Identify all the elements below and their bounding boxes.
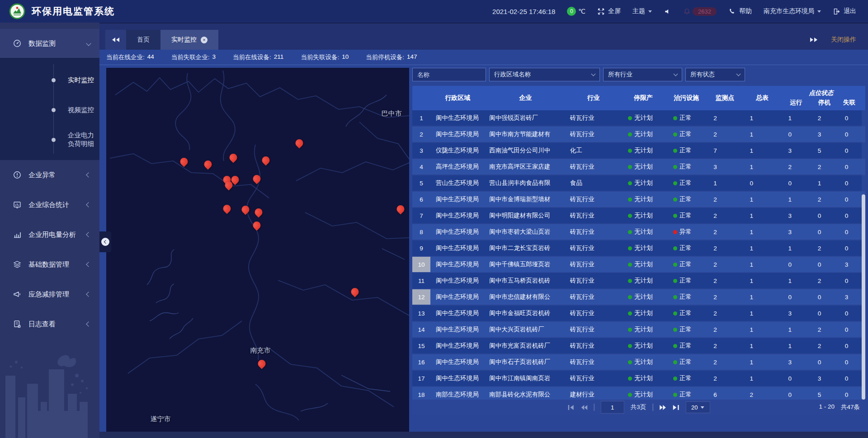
table-row[interactable]: 14 阆中生态环境局 阆中大兴页岩机砖厂 砖瓦行业 无计划 正常 2 1 1 2… (412, 322, 865, 337)
first-page-icon (568, 405, 575, 410)
table-row[interactable]: 4 高坪生态环境局 南充市高坪区王家店建 砖瓦行业 无计划 正常 3 1 2 2… (412, 159, 865, 174)
map-pin[interactable] (241, 206, 249, 213)
last-page-button[interactable] (672, 405, 679, 410)
map-pin[interactable] (229, 154, 237, 161)
sidebar-section-header[interactable]: 企业综合统计 (0, 190, 99, 220)
row-number: 11 (412, 273, 430, 288)
table-row[interactable]: 12 阆中生态环境局 阆中市忠信建材有限公 砖瓦行业 无计划 正常 2 1 0 … (412, 289, 865, 305)
table-row[interactable]: 13 阆中生态环境局 阆中市金福旺页岩机砖 砖瓦行业 无计划 正常 2 1 3 … (412, 306, 865, 321)
map-pin[interactable] (180, 158, 188, 165)
status-dot-icon (628, 295, 632, 299)
org-dropdown[interactable]: 南充市生态环境局 (764, 7, 821, 15)
first-page-button[interactable] (568, 405, 575, 410)
map-pin[interactable] (231, 176, 239, 184)
cell-points: 2 (707, 338, 743, 353)
map-canvas[interactable]: 巴中市南充市遂宁市 (106, 68, 409, 432)
notifications-badge[interactable]: 2632 (683, 7, 717, 16)
table-row[interactable]: 16 阆中生态环境局 阆中市石子页岩机砖厂 砖瓦行业 无计划 正常 2 1 3 … (412, 354, 865, 370)
logout-button[interactable]: 退出 (833, 7, 856, 15)
cell-facility-status: 正常 (666, 208, 707, 223)
region-select[interactable]: 行政区域名称 (489, 68, 600, 81)
table-row[interactable]: 18 南部生态环境局 南部县砖化水泥有限公 建材行业 无计划 正常 6 2 0 … (412, 387, 865, 400)
map-pin[interactable] (223, 205, 231, 212)
table-row[interactable]: 1 阆中生态环境局 阆中强锐页岩砖厂 砖瓦行业 无计划 正常 2 1 1 2 0 (412, 110, 865, 126)
sidebar-section-header[interactable]: 数据监测 (0, 29, 99, 58)
col-halt: 停机 (811, 99, 838, 107)
sidebar-section-header[interactable]: 应急减排管理 (0, 279, 99, 309)
stat-item: 当前失联设备: 10 (301, 53, 349, 61)
map-pin[interactable] (255, 208, 263, 216)
cell-points: 2 (707, 273, 743, 288)
cell-industry: 砖瓦行业 (566, 159, 621, 174)
page-size-select[interactable]: 20 (685, 401, 710, 413)
table-row[interactable]: 2 阆中生态环境局 阆中市南方节能建材有 砖瓦行业 无计划 正常 2 1 0 3… (412, 127, 865, 142)
cell-lost: 0 (838, 273, 861, 288)
cell-run: 3 (782, 306, 811, 321)
cell-meter: 1 (743, 273, 781, 288)
table-scrollbar-thumb[interactable] (862, 194, 865, 400)
map-city-label: 巴中市 (382, 109, 402, 118)
close-operations-button[interactable]: 关闭操作 (831, 36, 856, 44)
cell-company: 阆中明阳建材有限公司 (485, 208, 566, 223)
sidebar-section-header[interactable]: 企业用电量分析 (0, 220, 99, 250)
cell-points: 2 (707, 110, 743, 126)
name-search-input[interactable] (412, 68, 486, 81)
cell-lost: 0 (838, 240, 861, 256)
table-row[interactable]: 11 阆中生态环境局 阆中市五马桥页岩机砖 砖瓦行业 无计划 正常 2 1 1 … (412, 273, 865, 288)
cell-industry: 砖瓦行业 (566, 322, 621, 337)
map-pin[interactable] (253, 221, 260, 229)
stats-bar: 当前在线企业: 44 当前失联企业: 3 当前在线设备: 211 当前失联设备:… (99, 50, 868, 65)
table-row[interactable]: 5 营山生态环境局 营山县润丰肉食品有限 食品 无计划 正常 1 0 0 1 0 (412, 175, 865, 191)
status-select[interactable]: 所有状态 (685, 68, 745, 81)
cell-facility-status: 正常 (666, 175, 707, 191)
industry-select[interactable]: 所有行业 (603, 68, 682, 81)
next-page-button[interactable] (659, 405, 666, 410)
tabs-scroll-right-button[interactable] (810, 38, 817, 42)
app-title: 环保用电监管系统 (32, 5, 115, 18)
fullscreen-button[interactable]: 全屏 (597, 7, 621, 15)
table-row[interactable]: 9 阆中生态环境局 阆中市二龙长宝页岩砖 砖瓦行业 无计划 正常 2 1 1 2… (412, 240, 865, 256)
content: 巴中市南充市遂宁市 行政区域名称 所有行业 所有状态 (99, 65, 868, 432)
submenu-item[interactable]: 实时监控 (0, 65, 99, 95)
map-pin[interactable] (258, 360, 265, 367)
map-city-label: 遂宁市 (150, 414, 170, 423)
sidebar-section-header[interactable]: 企业异常 (0, 160, 99, 190)
map-pin[interactable] (253, 175, 260, 183)
table-row[interactable]: 15 阆中生态环境局 阆中市光富页岩机砖厂 砖瓦行业 无计划 正常 2 1 1 … (412, 338, 865, 353)
sidebar-section-header[interactable]: 日志查看 (0, 309, 99, 339)
cell-industry: 砖瓦行业 (566, 192, 621, 207)
map-pin[interactable] (397, 205, 405, 213)
tab-close-icon[interactable] (201, 37, 208, 43)
tabs-scroll-left-button[interactable] (105, 30, 126, 50)
map-pin[interactable] (225, 181, 232, 189)
submenu-item[interactable]: 企业电力负荷明细 (0, 125, 99, 155)
theme-dropdown[interactable]: 主题 (632, 7, 652, 15)
prev-page-button[interactable] (581, 405, 588, 410)
table-row[interactable]: 8 阆中生态环境局 阆中市枣碧大梁山页岩 砖瓦行业 无计划 异常 2 1 3 0… (412, 224, 865, 240)
table-row[interactable]: 17 阆中生态环境局 阆中市江南镇阆南页岩 砖瓦行业 无计划 正常 2 1 0 … (412, 371, 865, 386)
datetime: 2021-02-25 17:46:18 (492, 8, 555, 15)
table-row[interactable]: 6 阆中生态环境局 阆中市金博瑞新型墙材 砖瓦行业 无计划 正常 2 1 1 2… (412, 192, 865, 207)
submenu-item[interactable]: 视频监控 (0, 95, 99, 125)
mute-speaker-button[interactable] (664, 8, 671, 15)
cell-halt: 0 (811, 289, 838, 305)
tab[interactable]: 首页 (126, 30, 160, 50)
help-button[interactable]: 帮助 (728, 7, 752, 15)
collapse-map-button[interactable] (99, 231, 111, 252)
table-row[interactable]: 7 阆中生态环境局 阆中明阳建材有限公司 砖瓦行业 无计划 正常 2 1 3 0… (412, 208, 865, 223)
cell-stop-status: 无计划 (621, 175, 666, 191)
table-row[interactable]: 3 仪陇生态环境局 西南油气田分公司川中 化工 无计划 正常 7 1 3 5 0 (412, 143, 865, 158)
map-pin[interactable] (204, 160, 212, 168)
cell-facility-status: 正常 (666, 159, 707, 174)
tab[interactable]: 实时监控 (160, 30, 218, 50)
map-pin[interactable] (351, 288, 359, 296)
sidebar-section-header[interactable]: 基础数据管理 (0, 250, 99, 279)
chevron-icon (86, 232, 91, 237)
cell-lost: 0 (838, 387, 861, 400)
table-row[interactable]: 10 阆中生态环境局 阆中千佛镇五郎垭页岩 砖瓦行业 无计划 正常 2 1 0 … (412, 257, 865, 272)
page-number-input[interactable] (601, 401, 624, 414)
sidebar-section: 应急减排管理 (0, 279, 99, 309)
cell-run: 0 (782, 127, 811, 142)
map-pin[interactable] (262, 156, 270, 164)
map-pin[interactable] (296, 139, 303, 147)
